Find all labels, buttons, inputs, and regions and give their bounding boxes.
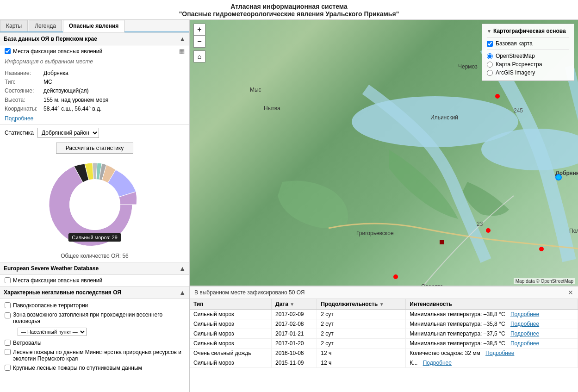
eswd-checkbox[interactable] xyxy=(5,277,11,283)
col-intensity[interactable]: Интенсивность xyxy=(406,299,578,310)
table-row: Сильный мороз 2017-01-21 2 сут Минимальн… xyxy=(190,329,578,339)
label-altitude: Высота: xyxy=(5,96,42,105)
tab-maps[interactable]: Карты xyxy=(0,20,28,31)
cell-type-1: Сильный мороз xyxy=(190,319,272,329)
neg-checkbox-4[interactable] xyxy=(5,365,11,371)
label-name: Название: xyxy=(5,69,42,78)
negative-items: Паводкоопасные территории Зона возможног… xyxy=(0,299,189,374)
map-attribution: Map data © OpenStreetMap xyxy=(514,278,575,284)
eswd-section-header: European Severe Weather Database ▲ xyxy=(0,262,189,275)
basemap-checkbox[interactable] xyxy=(487,41,493,47)
neg-label-3: Лесные пожары по данным Министерства при… xyxy=(13,349,185,362)
table-body: Сильный мороз 2017-02-09 2 сут Минимальн… xyxy=(190,310,578,368)
zoom-in-button[interactable]: + xyxy=(193,24,205,36)
table-icon[interactable]: ▦ xyxy=(179,48,185,55)
marker-red-3[interactable] xyxy=(539,247,544,251)
app-title-line1: Атласная информационная система xyxy=(0,3,578,10)
data-panel-close-button[interactable]: ✕ xyxy=(568,289,573,296)
sort-arrow-duration: ▼ xyxy=(379,302,384,307)
arcgis-radio[interactable] xyxy=(487,70,493,76)
data-panel: В выбранном месте зафиксировано 50 ОЯ ✕ … xyxy=(190,286,578,392)
rosreestr-label: Карта Росреестра xyxy=(496,61,542,68)
chart-total: Общее количество ОЯ: 56 xyxy=(61,253,129,259)
eswd-collapse-arrow[interactable]: ▲ xyxy=(179,265,186,272)
chart-area: Сильный мороз: 29 Общее количество ОЯ: 5… xyxy=(0,156,189,262)
cell-intensity-5: К... Подробнее xyxy=(406,358,578,368)
district-select[interactable]: Добрянский район xyxy=(37,128,99,138)
col-date[interactable]: Дата ▼ xyxy=(272,299,317,310)
eswd-checkbox-row: Места фиксации опасных явлений xyxy=(0,275,189,286)
neg-checkbox-3[interactable] xyxy=(5,349,11,355)
col-duration[interactable]: Продолжительность ▼ xyxy=(317,299,406,310)
marker-red-4[interactable] xyxy=(486,228,491,233)
neg-item-4: Крупные лесные пожары по спутниковым дан… xyxy=(0,363,189,373)
neg-checkbox-2[interactable] xyxy=(5,340,11,346)
rosreestr-radio[interactable] xyxy=(487,62,493,68)
svg-text:Мыс: Мыс xyxy=(250,87,261,93)
map-container[interactable]: Чермоз Ильинский Добрянка Ярино Полазна … xyxy=(190,20,578,286)
data-panel-header: В выбранном месте зафиксировано 50 ОЯ ✕ xyxy=(190,286,578,299)
neg-label-0: Паводкоопасные территории xyxy=(13,302,88,309)
left-panel: Карты Легенда Опасные явления База данны… xyxy=(0,20,190,392)
arcgis-radio-row: ArcGIS Imagery xyxy=(487,68,569,77)
osm-radio[interactable] xyxy=(487,53,493,59)
svg-text:23: 23 xyxy=(477,221,483,227)
neg-item-1: Зона возможного затопления при прохожден… xyxy=(0,310,189,338)
database-collapse-arrow[interactable]: ▲ xyxy=(179,35,186,43)
fixation-checkbox[interactable] xyxy=(5,48,11,54)
calc-button[interactable]: Рассчитать статистику xyxy=(56,143,134,154)
cell-duration-4: 12 ч xyxy=(317,348,406,358)
details-link-3[interactable]: Подробнее xyxy=(510,340,539,347)
cell-date-3: 2017-01-20 xyxy=(272,339,317,348)
details-link[interactable]: Подробнее xyxy=(5,115,33,122)
cell-date-5: 2015-11-09 xyxy=(272,358,317,368)
sort-arrow-date: ▼ xyxy=(290,302,294,307)
tab-legend[interactable]: Легенда xyxy=(29,20,62,31)
selected-place-label: Информация о выбранном месте xyxy=(0,57,189,66)
svg-text:Григорьевское: Григорьевское xyxy=(356,230,394,236)
details-link-5[interactable]: Подробнее xyxy=(423,360,452,366)
right-side: Чермоз Ильинский Добрянка Ярино Полазна … xyxy=(190,20,578,392)
zoom-out-button[interactable]: − xyxy=(193,36,205,48)
value-name: Добрянка xyxy=(44,69,68,78)
overlay-title[interactable]: ▼ Картографическая основа xyxy=(487,28,569,34)
marker-red-5[interactable] xyxy=(393,274,398,279)
marker-blue-1[interactable] xyxy=(555,174,562,180)
svg-text:Чермоз: Чермоз xyxy=(458,63,478,70)
map-controls: + − ⌂ xyxy=(193,24,205,62)
cell-duration-1: 2 сут xyxy=(317,319,406,329)
details-link-0[interactable]: Подробнее xyxy=(510,311,539,317)
app-header: Атласная информационная система "Опасные… xyxy=(0,0,578,20)
overlay-title-text: Картографическая основа xyxy=(493,28,566,34)
rosreestr-radio-row: Карта Росреестра xyxy=(487,60,569,68)
details-link-2[interactable]: Подробнее xyxy=(510,330,539,337)
neg-checkbox-1[interactable] xyxy=(5,312,11,318)
app-title-line2: "Опасные гидрометеорологические явления … xyxy=(0,10,578,18)
details-link-1[interactable]: Подробнее xyxy=(510,321,539,327)
neg-checkbox-0[interactable] xyxy=(5,302,11,308)
home-button[interactable]: ⌂ xyxy=(193,50,205,62)
settlement-select[interactable]: — Населённый пункт — xyxy=(18,328,87,336)
cell-intensity-3: Минимальная температура: –38,5 °C Подроб… xyxy=(406,339,578,348)
fixation-checkbox-row: Места фиксации опасных явлений ▦ xyxy=(0,45,189,57)
info-block: Название: Добрянка Тип: МС Состояние: де… xyxy=(0,66,189,124)
table-row: Сильный мороз 2017-02-09 2 сут Минимальн… xyxy=(190,310,578,319)
statistics-section: Статистика Добрянский район Рассчитать с… xyxy=(0,124,189,262)
details-link-4[interactable]: Подробнее xyxy=(485,350,514,356)
cell-duration-3: 2 сут xyxy=(317,339,406,348)
label-coords: Координаты: xyxy=(5,105,42,113)
cell-duration-0: 2 сут xyxy=(317,310,406,319)
info-name-row: Название: Добрянка xyxy=(5,69,185,78)
marker-square-1[interactable] xyxy=(440,240,444,244)
osm-radio-row: OpenStreetMap xyxy=(487,52,569,60)
neg-item-2: Ветровалы xyxy=(0,338,189,348)
svg-text:Ильинский: Ильинский xyxy=(430,114,458,121)
fixation-label: Места фиксации опасных явлений xyxy=(13,48,102,55)
table-scroll-area[interactable]: Тип Дата ▼ Продолжительность ▼ xyxy=(190,299,578,392)
marker-red-2[interactable] xyxy=(495,94,500,99)
col-type[interactable]: Тип xyxy=(190,299,272,310)
stat-row: Статистика Добрянский район xyxy=(0,125,189,141)
negative-collapse-arrow[interactable]: ▲ xyxy=(179,289,186,296)
cell-intensity-0: Минимальная температура: –38,8 °C Подроб… xyxy=(406,310,578,319)
tab-hazards[interactable]: Опасные явления xyxy=(63,20,124,32)
